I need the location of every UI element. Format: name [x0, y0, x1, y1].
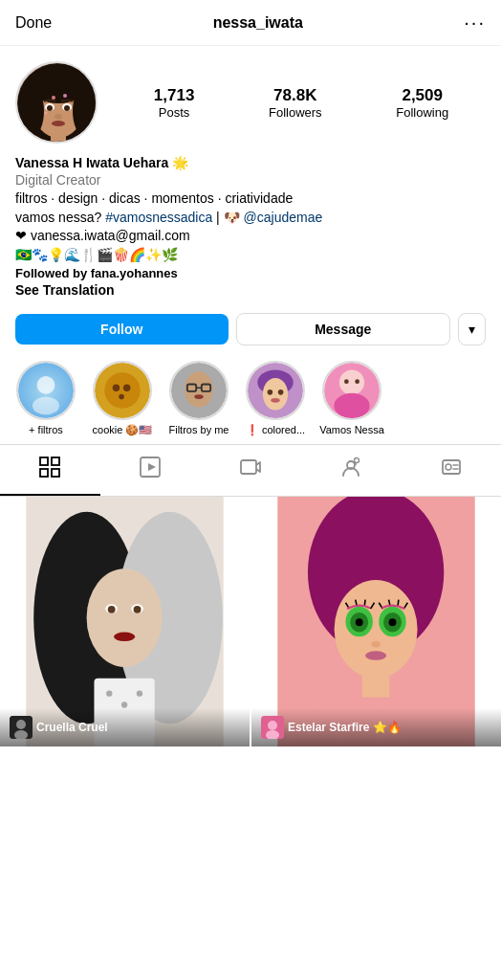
tab-tagged[interactable]	[300, 445, 401, 496]
svg-point-63	[114, 633, 135, 641]
svg-point-67	[137, 691, 142, 697]
svg-point-15	[45, 112, 48, 115]
grid-section: Cruella Cruel	[0, 497, 501, 746]
highlight-item-3[interactable]: ❗ colored...	[237, 361, 314, 436]
highlight-item-2[interactable]: Filtros by me	[161, 361, 237, 436]
svg-point-23	[119, 394, 124, 400]
svg-point-11	[54, 114, 62, 120]
svg-rect-42	[52, 457, 59, 465]
svg-point-92	[268, 721, 277, 730]
estelar-icon	[261, 716, 284, 739]
highlight-circle-4	[322, 361, 381, 420]
svg-point-9	[47, 105, 53, 111]
svg-point-79	[389, 619, 397, 627]
svg-point-33	[268, 390, 273, 395]
svg-point-40	[355, 380, 359, 385]
svg-point-39	[344, 380, 349, 385]
grid-item-estelar[interactable]: Estelar Starfire ⭐🔥	[251, 497, 501, 746]
dropdown-button[interactable]: ▾	[458, 313, 486, 345]
highlight-circle-3	[246, 361, 305, 420]
see-translation-button[interactable]: See Translation	[15, 282, 486, 298]
svg-rect-6	[51, 132, 66, 144]
bio-section: Vanessa H Iwata Uehara 🌟 Digital Creator…	[0, 151, 501, 305]
stat-following[interactable]: 2,509 Following	[396, 86, 448, 120]
svg-point-61	[108, 606, 116, 613]
svg-point-29	[194, 395, 203, 400]
svg-point-5	[73, 86, 96, 136]
svg-point-38	[334, 393, 369, 418]
svg-point-20	[104, 373, 140, 409]
bio-followed-by: Followed by fana.yohannes	[15, 266, 486, 280]
svg-point-32	[263, 378, 288, 411]
svg-point-17	[37, 376, 55, 394]
highlight-label-1: cookie 🍪🇺🇸	[93, 424, 153, 436]
avatar[interactable]	[15, 61, 98, 144]
cruella-label: Cruella Cruel	[10, 716, 240, 739]
svg-point-14	[63, 94, 67, 98]
highlight-circle-0	[16, 361, 76, 420]
svg-point-73	[335, 580, 418, 679]
tab-grid[interactable]	[0, 445, 100, 496]
profile-username: nessa_iwata	[213, 14, 303, 32]
svg-rect-43	[40, 469, 48, 477]
cruella-icon	[10, 716, 33, 739]
tab-profile-card[interactable]	[401, 445, 501, 496]
svg-point-49	[354, 458, 359, 463]
avatar-container	[15, 61, 98, 144]
highlight-label-2: Filtros by me	[169, 424, 229, 435]
profile-name: Vanessa H Iwata Uehara 🌟	[15, 155, 486, 170]
svg-point-34	[278, 390, 284, 395]
reels-icon	[140, 457, 161, 482]
svg-rect-47	[241, 460, 256, 474]
svg-point-88	[371, 641, 380, 647]
svg-point-65	[106, 691, 112, 697]
svg-point-66	[121, 702, 127, 708]
profile-section: 1,713 Posts 78.8K Followers 2,509 Follow…	[0, 46, 501, 151]
highlight-label-4: Vamos Nessa	[319, 424, 384, 435]
stats-container: 1,713 Posts 78.8K Followers 2,509 Follow…	[117, 86, 486, 120]
followed-by-user[interactable]: fana.yohannes	[91, 266, 178, 280]
highlight-circle-1	[93, 361, 152, 420]
svg-marker-46	[148, 463, 156, 471]
svg-point-12	[52, 121, 65, 126]
svg-point-4	[21, 86, 44, 136]
bio-line3: ❤ vanessa.iwata@gmail.com	[15, 227, 486, 246]
svg-point-18	[33, 397, 59, 415]
highlight-label-3: ❗ colored...	[246, 424, 305, 436]
svg-point-13	[52, 96, 55, 100]
tagged-icon	[340, 457, 361, 482]
done-button[interactable]: Done	[15, 14, 52, 32]
svg-point-10	[64, 105, 70, 111]
grid-icon	[39, 457, 60, 482]
more-options-button[interactable]: ···	[464, 11, 486, 33]
estelar-label: Estelar Starfire ⭐🔥	[261, 716, 491, 739]
message-button[interactable]: Message	[236, 313, 451, 345]
highlight-circle-2	[169, 361, 229, 420]
svg-point-52	[446, 464, 451, 470]
tab-reels[interactable]	[100, 445, 201, 496]
svg-point-58	[87, 569, 163, 668]
highlight-item-1[interactable]: cookie 🍪🇺🇸	[84, 361, 161, 436]
follow-button[interactable]: Follow	[15, 314, 229, 345]
svg-point-25	[185, 372, 213, 408]
svg-rect-90	[362, 675, 389, 698]
highlight-item-4[interactable]: Vamos Nessa	[314, 361, 390, 436]
action-buttons: Follow Message ▾	[0, 305, 501, 357]
svg-point-21	[113, 385, 120, 391]
estelar-overlay: Estelar Starfire ⭐🔥	[251, 708, 501, 746]
svg-point-78	[356, 619, 363, 627]
svg-point-37	[339, 370, 364, 395]
stat-posts[interactable]: 1,713 Posts	[154, 86, 195, 120]
bio-emojis: 🇧🇷🐾💡🌊🍴🎬🍿🌈✨🌿	[15, 246, 486, 265]
bio-line1: filtros · design · dicas · momentos · cr…	[15, 189, 486, 209]
svg-point-35	[271, 398, 279, 403]
svg-point-89	[365, 652, 386, 660]
tab-igtv[interactable]	[201, 445, 301, 496]
highlight-item-0[interactable]: + filtros	[8, 361, 84, 436]
bio-mention[interactable]: @cajudemae	[244, 210, 323, 225]
stat-followers[interactable]: 78.8K Followers	[269, 86, 322, 120]
svg-rect-44	[52, 469, 59, 477]
grid-item-cruella[interactable]: Cruella Cruel	[0, 497, 250, 746]
avatar-image	[17, 63, 98, 144]
bio-hashtag[interactable]: #vamosnessadica	[105, 210, 212, 225]
